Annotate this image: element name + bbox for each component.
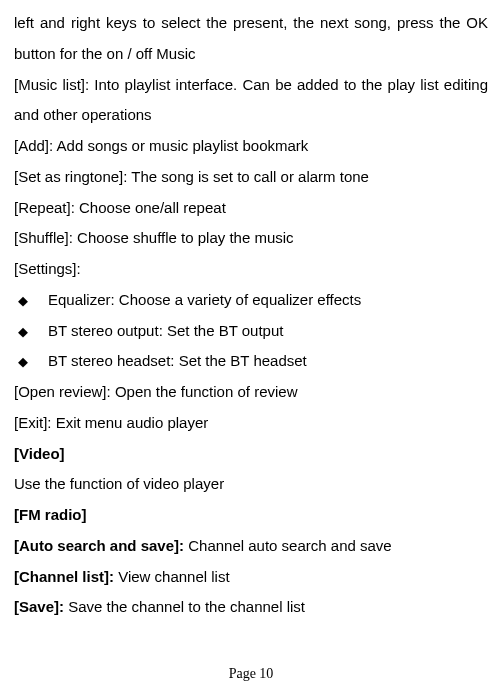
section-heading: [Video]	[14, 439, 488, 470]
label-bold: [Channel list]:	[14, 568, 118, 585]
label-text: Save the channel to the channel list	[68, 598, 305, 615]
document-body: left and right keys to select the presen…	[14, 8, 488, 623]
text-line: [Set as ringtone]: The song is set to ca…	[14, 162, 488, 193]
bullet-text: BT stereo output: Set the BT output	[48, 316, 283, 347]
label-text: View channel list	[118, 568, 229, 585]
text-line: Use the function of video player	[14, 469, 488, 500]
diamond-icon: ◆	[18, 288, 28, 315]
bullet-item: ◆ BT stereo output: Set the BT output	[14, 316, 488, 347]
text-line: [Open review]: Open the function of revi…	[14, 377, 488, 408]
text-line: [Save]: Save the channel to the channel …	[14, 592, 488, 623]
bullet-item: ◆ Equalizer: Choose a variety of equaliz…	[14, 285, 488, 316]
text-line: [Settings]:	[14, 254, 488, 285]
diamond-icon: ◆	[18, 349, 28, 376]
text-line: [Add]: Add songs or music playlist bookm…	[14, 131, 488, 162]
text-line: [Channel list]: View channel list	[14, 562, 488, 593]
text-line: [Shuffle]: Choose shuffle to play the mu…	[14, 223, 488, 254]
text-line: [Auto search and save]: Channel auto sea…	[14, 531, 488, 562]
text-line: [Repeat]: Choose one/all repeat	[14, 193, 488, 224]
label-bold: [Auto search and save]:	[14, 537, 188, 554]
text-line: [Exit]: Exit menu audio player	[14, 408, 488, 439]
page-number: Page 10	[0, 667, 502, 681]
text-line: left and right keys to select the presen…	[14, 8, 488, 70]
bullet-text: BT stereo headset: Set the BT headset	[48, 346, 307, 377]
bullet-item: ◆ BT stereo headset: Set the BT headset	[14, 346, 488, 377]
label-text: Channel auto search and save	[188, 537, 391, 554]
text-line: [Music list]: Into playlist interface. C…	[14, 70, 488, 132]
diamond-icon: ◆	[18, 319, 28, 346]
section-heading: [FM radio]	[14, 500, 488, 531]
label-bold: [Save]:	[14, 598, 68, 615]
bullet-text: Equalizer: Choose a variety of equalizer…	[48, 285, 361, 316]
